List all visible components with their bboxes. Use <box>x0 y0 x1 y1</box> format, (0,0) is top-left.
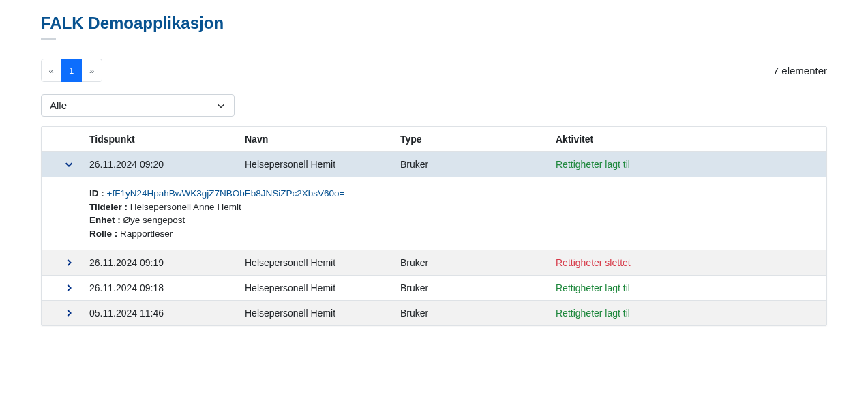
header-tidspunkt: Tidspunkt <box>89 134 245 145</box>
header-navn: Navn <box>245 134 400 145</box>
cell-aktivitet: Rettigheter lagt til <box>556 308 820 319</box>
detail-tildeler-label: Tildeler : <box>89 202 128 212</box>
row-expanded-detail: ID : +fF1yN24HpahBwWK3gjZ7NBObEb8JNSiZPc… <box>42 177 826 250</box>
element-count: 7 elementer <box>773 65 827 76</box>
cell-type: Bruker <box>400 159 556 170</box>
cell-tidspunkt: 26.11.2024 09:18 <box>89 282 245 293</box>
chevron-down-icon <box>64 160 74 169</box>
table-row[interactable]: 26.11.2024 09:19 Helsepersonell Hemit Br… <box>42 250 826 275</box>
table-row[interactable]: 05.11.2024 11:46 Helsepersonell Hemit Br… <box>42 300 826 325</box>
cell-tidspunkt: 05.11.2024 11:46 <box>89 308 245 319</box>
cell-navn: Helsepersonell Hemit <box>245 308 400 319</box>
cell-navn: Helsepersonell Hemit <box>245 282 400 293</box>
table-row[interactable]: 26.11.2024 09:20 Helsepersonell Hemit Br… <box>42 151 826 177</box>
detail-rolle-label: Rolle : <box>89 229 117 239</box>
pagination-prev-button[interactable]: « <box>41 59 61 82</box>
detail-rolle-value: Rapportleser <box>120 229 173 239</box>
chevron-right-icon <box>64 308 74 318</box>
expand-toggle[interactable] <box>48 308 89 318</box>
cell-navn: Helsepersonell Hemit <box>245 257 400 268</box>
cell-tidspunkt: 26.11.2024 09:19 <box>89 257 245 268</box>
page-title: FALK Demoapplikasjon <box>41 14 827 33</box>
chevron-right-icon <box>64 283 74 293</box>
detail-tildeler-value: Helsepersonell Anne Hemit <box>130 202 241 212</box>
pagination-page-1-button[interactable]: 1 <box>61 59 82 82</box>
activity-table: Tidspunkt Navn Type Aktivitet 26.11.2024… <box>41 126 827 326</box>
cell-aktivitet: Rettigheter lagt til <box>556 159 820 170</box>
expand-toggle[interactable] <box>48 258 89 267</box>
expand-toggle[interactable] <box>48 160 89 169</box>
cell-type: Bruker <box>400 308 556 319</box>
chevron-down-icon <box>216 101 226 111</box>
title-underline <box>41 38 56 40</box>
detail-id-value[interactable]: +fF1yN24HpahBwWK3gjZ7NBObEb8JNSiZPc2XbsV… <box>107 188 345 199</box>
expand-toggle[interactable] <box>48 283 89 293</box>
detail-id-label: ID : <box>89 188 104 199</box>
filter-select[interactable]: Alle <box>41 94 235 117</box>
table-row[interactable]: 26.11.2024 09:18 Helsepersonell Hemit Br… <box>42 275 826 300</box>
cell-tidspunkt: 26.11.2024 09:20 <box>89 159 245 170</box>
cell-navn: Helsepersonell Hemit <box>245 159 400 170</box>
header-aktivitet: Aktivitet <box>556 134 820 145</box>
pagination: « 1 » <box>41 59 102 82</box>
detail-enhet-value: Øye sengepost <box>123 215 185 225</box>
table-header-row: Tidspunkt Navn Type Aktivitet <box>42 127 826 151</box>
header-type: Type <box>400 134 556 145</box>
cell-aktivitet: Rettigheter lagt til <box>556 282 820 293</box>
cell-aktivitet: Rettigheter slettet <box>556 257 820 268</box>
cell-type: Bruker <box>400 257 556 268</box>
filter-select-value: Alle <box>50 100 67 111</box>
pagination-next-button[interactable]: » <box>82 59 102 82</box>
chevron-right-icon <box>64 258 74 267</box>
cell-type: Bruker <box>400 282 556 293</box>
detail-enhet-label: Enhet : <box>89 215 121 225</box>
